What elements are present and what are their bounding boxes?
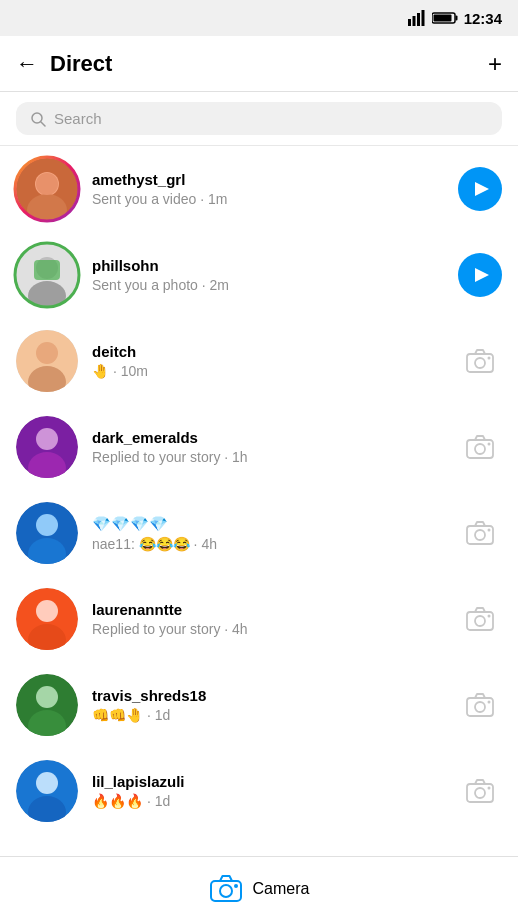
camera-icon xyxy=(466,607,494,631)
svg-point-47 xyxy=(475,702,485,712)
svg-point-38 xyxy=(36,600,58,622)
camera-label: Camera xyxy=(253,880,310,898)
username: 💎💎💎💎 xyxy=(92,515,444,533)
svg-point-48 xyxy=(488,701,491,704)
camera-icon xyxy=(466,435,494,459)
svg-point-24 xyxy=(488,357,491,360)
list-item[interactable]: deitch 🤚 · 10m xyxy=(0,318,518,404)
camera-bottom-icon xyxy=(210,875,242,903)
search-wrapper xyxy=(16,102,502,135)
camera-action[interactable] xyxy=(458,597,502,641)
camera-action[interactable] xyxy=(458,339,502,383)
svg-point-35 xyxy=(475,530,485,540)
camera-action[interactable] xyxy=(458,511,502,555)
page-title: Direct xyxy=(50,51,488,77)
list-item[interactable]: amethyst_grl Sent you a video · 1m xyxy=(0,146,518,232)
list-item[interactable]: 💎💎💎💎 nae11: 😂😂😂 · 4h xyxy=(0,490,518,576)
svg-point-26 xyxy=(36,428,58,450)
message-content: 💎💎💎💎 nae11: 😂😂😂 · 4h xyxy=(92,515,444,552)
avatar-wrapper xyxy=(16,760,78,822)
status-bar: 12:34 xyxy=(0,0,518,36)
message-preview: 🔥🔥🔥 · 1d xyxy=(92,793,444,809)
svg-point-32 xyxy=(36,514,58,536)
camera-action[interactable] xyxy=(458,769,502,813)
svg-point-23 xyxy=(475,358,485,368)
message-preview: Sent you a video · 1m xyxy=(92,191,444,207)
status-time: 12:34 xyxy=(464,10,502,27)
camera-action[interactable] xyxy=(458,683,502,727)
avatar-wrapper xyxy=(16,158,78,220)
svg-rect-3 xyxy=(421,10,424,26)
avatar xyxy=(16,760,78,822)
svg-point-56 xyxy=(220,885,232,897)
avatar-wrapper xyxy=(16,502,78,564)
camera-bottom-button[interactable] xyxy=(209,872,243,906)
message-preview: Replied to your story · 1h xyxy=(92,449,444,465)
play-action[interactable] xyxy=(458,167,502,211)
camera-icon xyxy=(466,779,494,803)
back-button[interactable]: ← xyxy=(16,51,38,77)
list-item[interactable]: laurenanntte Replied to your story · 4h xyxy=(0,576,518,662)
svg-point-54 xyxy=(488,787,491,790)
camera-action[interactable] xyxy=(458,425,502,469)
avatar xyxy=(16,674,78,736)
message-content: travis_shreds18 👊👊🤚 · 1d xyxy=(92,687,444,723)
camera-icon xyxy=(466,521,494,545)
svg-point-20 xyxy=(36,342,58,364)
username: phillsohn xyxy=(92,257,444,274)
avatar xyxy=(16,588,78,650)
message-preview: Replied to your story · 4h xyxy=(92,621,444,637)
svg-point-44 xyxy=(36,686,58,708)
avatar xyxy=(16,416,78,478)
message-preview: Sent you a photo · 2m xyxy=(92,277,444,293)
message-content: deitch 🤚 · 10m xyxy=(92,343,444,379)
svg-point-57 xyxy=(234,884,238,888)
svg-point-50 xyxy=(36,772,58,794)
svg-rect-1 xyxy=(412,16,415,26)
message-content: dark_emeralds Replied to your story · 1h xyxy=(92,429,444,465)
avatar xyxy=(16,330,78,392)
username: deitch xyxy=(92,343,444,360)
username: laurenanntte xyxy=(92,601,444,618)
svg-line-8 xyxy=(41,122,45,126)
story-ring-icon xyxy=(12,240,82,310)
signal-icon xyxy=(408,10,426,26)
list-item[interactable]: phillsohn Sent you a photo · 2m xyxy=(0,232,518,318)
search-icon xyxy=(30,111,46,127)
svg-point-9 xyxy=(15,157,79,221)
play-button[interactable] xyxy=(458,253,502,297)
avatar-wrapper xyxy=(16,244,78,306)
play-action[interactable] xyxy=(458,253,502,297)
svg-point-14 xyxy=(15,243,79,307)
avatar xyxy=(16,502,78,564)
message-content: laurenanntte Replied to your story · 4h xyxy=(92,601,444,637)
message-content: amethyst_grl Sent you a video · 1m xyxy=(92,171,444,207)
username: amethyst_grl xyxy=(92,171,444,188)
story-ring-icon xyxy=(12,154,82,224)
svg-rect-2 xyxy=(417,13,420,26)
svg-point-53 xyxy=(475,788,485,798)
message-list: amethyst_grl Sent you a video · 1m phill… xyxy=(0,146,518,834)
list-item[interactable]: lil_lapislazuli 🔥🔥🔥 · 1d xyxy=(0,748,518,834)
header: ← Direct + xyxy=(0,36,518,92)
search-input[interactable] xyxy=(54,110,488,127)
svg-point-41 xyxy=(475,616,485,626)
username: travis_shreds18 xyxy=(92,687,444,704)
add-button[interactable]: + xyxy=(488,50,502,78)
svg-point-36 xyxy=(488,529,491,532)
svg-point-29 xyxy=(475,444,485,454)
bottom-bar: Camera xyxy=(0,856,518,920)
avatar-wrapper xyxy=(16,416,78,478)
svg-rect-0 xyxy=(408,19,411,26)
svg-point-42 xyxy=(488,615,491,618)
camera-icon xyxy=(466,349,494,373)
list-item[interactable]: travis_shreds18 👊👊🤚 · 1d xyxy=(0,662,518,748)
list-item[interactable]: dark_emeralds Replied to your story · 1h xyxy=(0,404,518,490)
play-button[interactable] xyxy=(458,167,502,211)
svg-point-30 xyxy=(488,443,491,446)
svg-rect-6 xyxy=(455,16,457,21)
battery-icon xyxy=(432,11,458,25)
avatar-wrapper xyxy=(16,674,78,736)
search-bar xyxy=(0,92,518,146)
username: lil_lapislazuli xyxy=(92,773,444,790)
